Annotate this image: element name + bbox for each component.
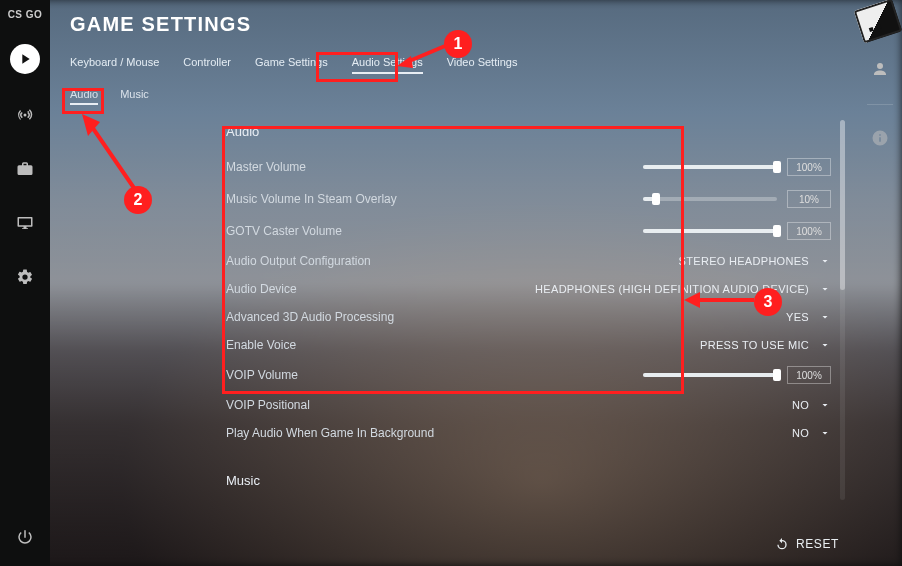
setting-row: Enable VoicePRESS TO USE MIC — [220, 331, 837, 359]
setting-row: VOIP PositionalNO — [220, 391, 837, 419]
setting-row: Advanced 3D Audio ProcessingYES — [220, 303, 837, 331]
dropdown[interactable]: NO — [792, 399, 831, 411]
dropdown[interactable]: HEADPHONES (HIGH DEFINITION AUDIO DEVICE… — [535, 283, 831, 295]
tab-game-settings[interactable]: Game Settings — [255, 52, 328, 74]
dropdown-value: YES — [786, 311, 809, 323]
section-audio-label: Audio — [226, 124, 837, 139]
tab-video-settings[interactable]: Video Settings — [447, 52, 518, 74]
dropdown[interactable]: PRESS TO USE MIC — [700, 339, 831, 351]
sidebar-right — [857, 0, 902, 566]
setting-label: Advanced 3D Audio Processing — [226, 310, 394, 324]
reset-icon — [774, 536, 790, 552]
setting-row: GOTV Caster Volume100% — [220, 215, 837, 247]
setting-label: Audio Output Configuration — [226, 254, 371, 268]
primary-tabs: Keyboard / Mouse Controller Game Setting… — [50, 46, 857, 84]
tab-keyboard-mouse[interactable]: Keyboard / Mouse — [70, 52, 159, 74]
subtab-audio[interactable]: Audio — [70, 88, 98, 105]
main: GAME SETTINGS Keyboard / Mouse Controlle… — [50, 0, 857, 566]
chevron-down-icon — [819, 283, 831, 295]
chevron-down-icon — [819, 427, 831, 439]
slider[interactable]: 100% — [643, 366, 831, 384]
reset-label: RESET — [796, 537, 839, 551]
setting-row: Music Volume In Steam Overlay10% — [220, 183, 837, 215]
slider[interactable]: 10% — [643, 190, 831, 208]
setting-label: Audio Device — [226, 282, 297, 296]
power-icon[interactable] — [12, 524, 38, 550]
dropdown[interactable]: NO — [792, 427, 831, 439]
slider[interactable]: 100% — [643, 222, 831, 240]
scrollbar-thumb[interactable] — [840, 120, 845, 290]
reset-button[interactable]: RESET — [774, 536, 839, 552]
slider-value: 100% — [787, 366, 831, 384]
setting-label: Master Volume — [226, 160, 306, 174]
secondary-tabs: Audio Music — [50, 84, 857, 115]
broadcast-icon[interactable] — [12, 102, 38, 128]
sidebar-left: CS GO — [0, 0, 50, 566]
scrollbar[interactable] — [840, 120, 845, 500]
dropdown-value: HEADPHONES (HIGH DEFINITION AUDIO DEVICE… — [535, 283, 809, 295]
info-icon[interactable] — [867, 125, 893, 151]
setting-row: Audio Output ConfigurationSTEREO HEADPHO… — [220, 247, 837, 275]
divider — [867, 104, 893, 105]
setting-label: Music Volume In Steam Overlay — [226, 192, 397, 206]
settings-icon[interactable] — [12, 264, 38, 290]
dropdown-value: STEREO HEADPHONES — [679, 255, 809, 267]
profile-icon[interactable] — [867, 56, 893, 82]
subtab-music[interactable]: Music — [120, 88, 149, 105]
setting-row: Audio DeviceHEADPHONES (HIGH DEFINITION … — [220, 275, 837, 303]
dropdown[interactable]: YES — [786, 311, 831, 323]
page-title: GAME SETTINGS — [50, 0, 857, 46]
watch-icon[interactable] — [12, 210, 38, 236]
play-button[interactable] — [10, 44, 40, 74]
chevron-down-icon — [819, 339, 831, 351]
chevron-down-icon — [819, 311, 831, 323]
tab-controller[interactable]: Controller — [183, 52, 231, 74]
dropdown[interactable]: STEREO HEADPHONES — [679, 255, 831, 267]
slider-value: 100% — [787, 222, 831, 240]
section-music-label: Music — [226, 473, 837, 488]
setting-row: Play Audio When Game In BackgroundNO — [220, 419, 837, 447]
setting-label: Enable Voice — [226, 338, 296, 352]
slider-value: 100% — [787, 158, 831, 176]
inventory-icon[interactable] — [12, 156, 38, 182]
setting-row: Master Volume100% — [220, 151, 837, 183]
game-logo: CS GO — [8, 10, 43, 20]
slider-value: 10% — [787, 190, 831, 208]
dropdown-value: NO — [792, 399, 809, 411]
dropdown-value: NO — [792, 427, 809, 439]
setting-label: VOIP Volume — [226, 368, 298, 382]
chevron-down-icon — [819, 399, 831, 411]
dropdown-value: PRESS TO USE MIC — [700, 339, 809, 351]
settings-panel: Audio Master Volume100%Music Volume In S… — [220, 120, 837, 516]
setting-row: VOIP Volume100% — [220, 359, 837, 391]
tab-audio-settings[interactable]: Audio Settings — [352, 52, 423, 74]
chevron-down-icon — [819, 255, 831, 267]
slider[interactable]: 100% — [643, 158, 831, 176]
setting-label: GOTV Caster Volume — [226, 224, 342, 238]
setting-label: Play Audio When Game In Background — [226, 426, 434, 440]
setting-label: VOIP Positional — [226, 398, 310, 412]
